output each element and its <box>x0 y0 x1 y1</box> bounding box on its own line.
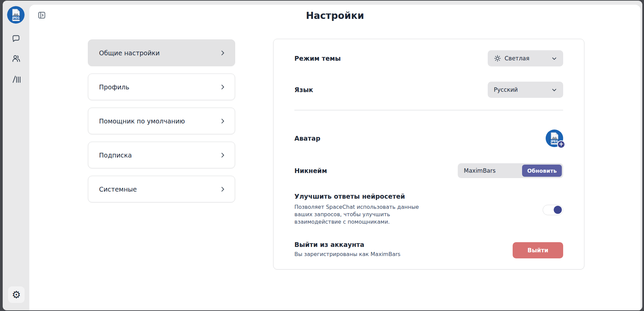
svg-text:JPEG: JPEG <box>12 16 20 20</box>
svg-text:JPEG: JPEG <box>550 140 558 143</box>
menu-item-label: Подписка <box>99 151 132 159</box>
menu-item-default-assistant[interactable]: Помощник по умолчанию <box>88 108 235 134</box>
nickname-field[interactable]: MaximBars Обновить <box>458 163 563 178</box>
general-settings-panel: Режим темы Светлая <box>273 39 584 270</box>
language-dropdown[interactable]: Русский <box>488 82 563 98</box>
menu-item-label: Профиль <box>99 83 129 91</box>
settings-menu: Общие настройки Профиль Помощник по умол… <box>88 39 235 210</box>
gear-icon: ⚙ <box>12 289 21 301</box>
menu-item-label: Помощник по умолчанию <box>99 117 185 125</box>
nickname-row: Никнейм MaximBars Обновить <box>294 163 563 178</box>
logout-title: Выйти из аккаунта <box>294 241 400 248</box>
avatar-row: Аватар JPEG + <box>294 129 563 148</box>
page-title: Настройки <box>29 10 641 21</box>
improve-answers-row: Улучшить ответы нейросетей Позволяет Spa… <box>294 193 563 226</box>
chevron-down-icon <box>551 56 557 61</box>
theme-value: Светлая <box>505 55 551 62</box>
logout-subtitle: Вы зарегистрированы как MaximBars <box>294 251 400 258</box>
menu-item-subscription[interactable]: Подписка <box>88 142 235 168</box>
logout-button[interactable]: Выйти <box>513 242 563 258</box>
main-content: Настройки Общие настройки Профиль Помощн… <box>29 5 641 310</box>
sidebar-item-stats[interactable] <box>3 74 29 84</box>
sidebar: JPEG ⚙ <box>3 1 29 310</box>
menu-item-system[interactable]: Системные <box>88 176 235 202</box>
stats-icon <box>11 75 21 84</box>
chevron-right-icon <box>219 84 226 90</box>
avatar-upload-button[interactable]: JPEG + <box>546 130 563 147</box>
nickname-label: Никнейм <box>294 167 327 174</box>
nickname-value[interactable]: MaximBars <box>464 167 495 174</box>
language-row: Язык Русский <box>294 82 563 98</box>
user-avatar[interactable]: JPEG <box>7 6 25 24</box>
menu-item-label: Системные <box>99 186 137 193</box>
chevron-right-icon <box>219 152 226 159</box>
theme-label: Режим темы <box>294 55 341 62</box>
app-window: JPEG ⚙ <box>3 1 642 310</box>
toggle-knob <box>554 206 562 214</box>
language-value: Русский <box>494 86 551 93</box>
language-label: Язык <box>294 86 313 93</box>
avatar-label: Аватар <box>294 135 320 142</box>
chevron-right-icon <box>219 186 226 193</box>
improve-answers-description: Позволяет SpaceChat использовать данные … <box>294 203 422 226</box>
theme-dropdown[interactable]: Светлая <box>488 50 563 66</box>
chat-bubble-icon <box>11 34 21 43</box>
theme-row: Режим темы Светлая <box>294 50 563 66</box>
sidebar-item-settings[interactable]: ⚙ <box>8 286 25 303</box>
users-icon <box>11 54 21 63</box>
chevron-down-icon <box>551 87 557 93</box>
menu-item-general[interactable]: Общие настройки <box>88 39 235 66</box>
logout-text: Выйти из аккаунта Вы зарегистрированы ка… <box>294 241 400 258</box>
jpeg-placeholder-icon: JPEG <box>7 6 25 24</box>
sidebar-item-chats[interactable] <box>3 33 29 43</box>
sun-icon <box>494 55 501 62</box>
menu-item-profile[interactable]: Профиль <box>88 74 235 100</box>
update-nickname-button[interactable]: Обновить <box>522 165 562 177</box>
chevron-right-icon <box>219 118 226 124</box>
plus-icon: + <box>557 140 565 148</box>
chevron-right-icon <box>219 50 226 56</box>
improve-answers-text: Улучшить ответы нейросетей Позволяет Spa… <box>294 193 422 226</box>
divider <box>294 110 563 110</box>
improve-answers-title: Улучшить ответы нейросетей <box>294 193 422 200</box>
menu-item-label: Общие настройки <box>99 49 160 57</box>
improve-answers-toggle[interactable] <box>543 205 563 215</box>
sidebar-item-contacts[interactable] <box>3 53 29 63</box>
